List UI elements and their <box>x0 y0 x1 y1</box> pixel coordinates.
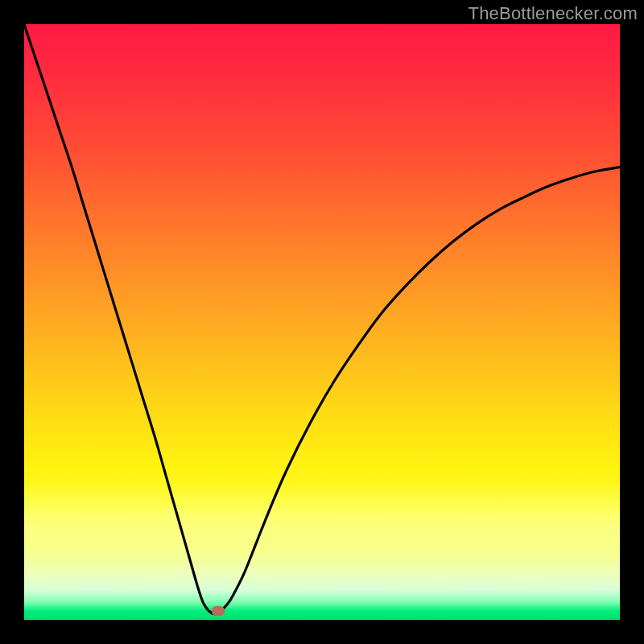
bottleneck-curve <box>24 24 620 620</box>
plot-area <box>24 24 620 620</box>
chart-frame: TheBottlenecker.com <box>0 0 644 644</box>
optimum-marker <box>212 606 225 616</box>
watermark-text: TheBottlenecker.com <box>469 3 638 24</box>
